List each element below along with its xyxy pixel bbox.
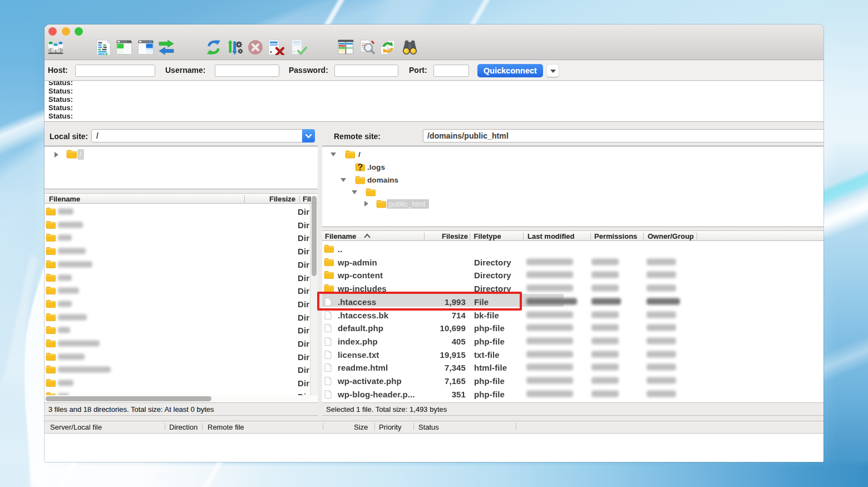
svg-text:?: ? <box>358 163 363 171</box>
